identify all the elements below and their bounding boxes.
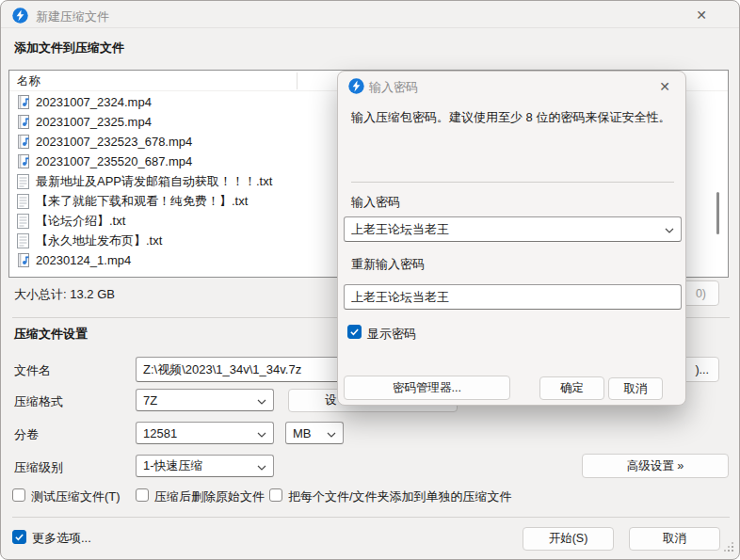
delete-original-checkbox[interactable]	[136, 488, 149, 502]
test-archive-label: 测试压缩文件(T)	[31, 488, 121, 505]
media-file-icon	[17, 253, 31, 268]
obscured-browse-fragment: )...	[695, 363, 709, 376]
ok-button-label: 确定	[560, 380, 584, 396]
file-name: 20230124_1.mp4	[36, 253, 131, 267]
new-archive-window: 新建压缩文件 ✕ 添加文件到压缩文件 名称 20231007_2324.mp42…	[0, 0, 740, 560]
password-manager-label: 密码管理器...	[393, 380, 461, 396]
dialog-cancel-label: 取消	[624, 381, 648, 397]
test-archive-checkbox[interactable]	[12, 488, 25, 502]
file-name: 【永久地址发布页】.txt	[36, 232, 162, 249]
chevron-down-icon	[257, 393, 266, 408]
media-file-icon	[17, 95, 31, 110]
dialog-message: 输入压缩包密码。建议使用至少 8 位的密码来保证安全性。	[351, 109, 670, 126]
dialog-close-icon[interactable]: ✕	[652, 75, 678, 98]
text-file-icon	[17, 214, 31, 229]
split-unit-combobox[interactable]: MB	[285, 422, 344, 444]
file-name: 最新地址及APP请发邮箱自动获取！！！.txt	[36, 173, 272, 190]
file-name: 20231007_232523_678.mp4	[36, 135, 192, 149]
media-file-icon	[17, 154, 31, 169]
bandizip-app-icon	[348, 78, 364, 94]
file-name: 【来了就能下载和观看！纯免费！】.txt	[36, 193, 248, 210]
footer-divider	[12, 517, 730, 518]
more-options-label: 更多选项...	[32, 530, 91, 547]
media-file-icon	[17, 135, 31, 150]
file-name: 20231007_235520_687.mp4	[36, 154, 192, 168]
media-file-icon	[17, 115, 31, 130]
advanced-settings-label: 高级设置 »	[627, 458, 684, 474]
file-name: 【论坛介绍】.txt	[36, 213, 125, 230]
cancel-button-label: 取消	[663, 531, 686, 547]
text-file-icon	[17, 174, 31, 189]
separate-archives-checkbox[interactable]	[269, 488, 282, 502]
confirm-password-label: 重新输入密码	[351, 256, 425, 273]
obscured-button-fragment: 0)	[696, 287, 706, 300]
dialog-divider	[351, 182, 674, 183]
show-password-checkbox[interactable]	[347, 325, 362, 339]
split-unit-value: MB	[293, 426, 312, 440]
dialog-title: 输入密码	[369, 79, 418, 96]
enter-password-dialog: 输入密码 ✕ 输入压缩包密码。建议使用至少 8 位的密码来保证安全性。 输入密码…	[337, 71, 686, 406]
cancel-button[interactable]: 取消	[629, 527, 720, 551]
split-label: 分卷	[14, 426, 39, 443]
start-button-label: 开始(S)	[549, 531, 588, 547]
level-combobox[interactable]: 1-快速压缩	[136, 455, 274, 477]
settings-title: 压缩文件设置	[14, 326, 88, 343]
chevron-down-icon	[665, 222, 674, 236]
separate-archives-label: 把每个文件/文件夹添加到单独的压缩文件	[288, 488, 512, 505]
text-file-icon	[17, 233, 31, 248]
format-value: 7Z	[143, 393, 157, 408]
close-icon[interactable]: ✕	[688, 4, 715, 26]
more-options-checkbox[interactable]	[12, 530, 26, 544]
file-name: 20231007_2325.mp4	[36, 115, 152, 129]
add-section-title: 添加文件到压缩文件	[14, 40, 124, 56]
vertical-scrollbar[interactable]	[716, 192, 719, 234]
chevron-down-icon	[257, 459, 266, 473]
split-combobox[interactable]: 12581	[136, 422, 274, 444]
column-divider[interactable]	[297, 72, 298, 89]
file-name: 20231007_2324.mp4	[36, 95, 152, 109]
confirm-password-value: 上老王论坛当老王	[351, 289, 449, 306]
titlebar: 新建压缩文件 ✕	[1, 1, 739, 28]
start-button[interactable]: 开始(S)	[523, 527, 614, 551]
delete-original-label: 压缩后删除原始文件	[154, 488, 265, 505]
level-value: 1-快速压缩	[143, 457, 203, 474]
split-value: 12581	[143, 426, 177, 440]
password-label: 输入密码	[351, 194, 400, 211]
dialog-cancel-button[interactable]: 取消	[608, 377, 663, 400]
level-label: 压缩级别	[14, 459, 63, 476]
resize-grip[interactable]	[722, 540, 734, 555]
password-combobox[interactable]: 上老王论坛当老王	[344, 216, 682, 242]
obscured-format-button-fragment: 设	[325, 392, 337, 408]
window-title: 新建压缩文件	[36, 8, 109, 25]
password-value: 上老王论坛当老王	[351, 221, 449, 238]
bandizip-app-icon	[12, 8, 28, 24]
show-password-label: 显示密码	[367, 326, 416, 343]
column-header-name[interactable]: 名称	[17, 73, 40, 89]
chevron-down-icon	[327, 426, 336, 440]
filename-label: 文件名	[14, 362, 51, 379]
filename-value: Z:\视频\2023\1_34v\1_34v.7z	[143, 361, 301, 378]
password-manager-button[interactable]: 密码管理器...	[344, 376, 510, 400]
format-combobox[interactable]: 7Z	[136, 389, 274, 411]
advanced-settings-button[interactable]: 高级设置 »	[582, 454, 729, 478]
confirm-password-field[interactable]: 上老王论坛当老王	[344, 284, 682, 310]
ok-button[interactable]: 确定	[539, 376, 604, 400]
chevron-down-icon	[257, 426, 266, 440]
format-label: 压缩格式	[14, 393, 63, 410]
text-file-icon	[17, 194, 31, 209]
total-size-label: 大小总计: 13.2 GB	[14, 286, 115, 303]
